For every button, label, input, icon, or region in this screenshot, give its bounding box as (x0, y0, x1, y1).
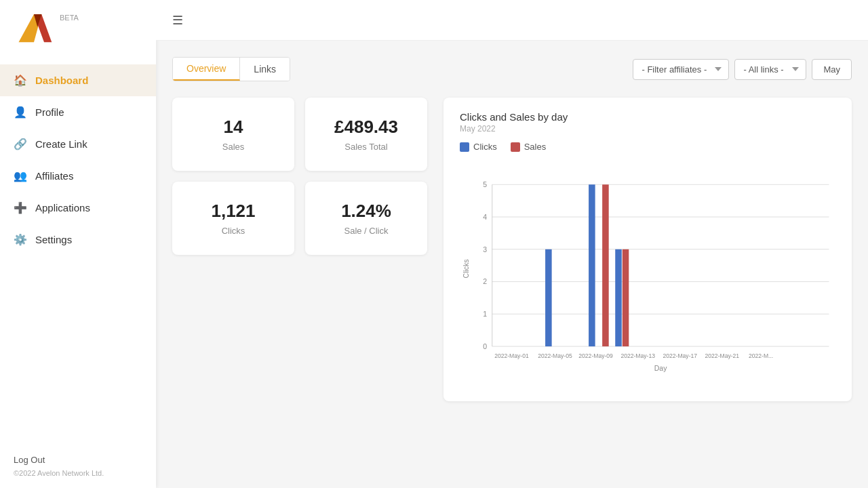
stat-sale-click-label: Sale / Click (321, 226, 411, 236)
stat-card-sales: 14 Sales (172, 98, 294, 171)
filter-links-select[interactable]: - All links - (734, 59, 806, 80)
sidebar-item-settings[interactable]: ⚙️ Settings (0, 224, 156, 256)
svg-text:3: 3 (483, 245, 487, 253)
legend-clicks-label: Clicks (473, 142, 497, 152)
sidebar-footer: Log Out ©2022 Avelon Network Ltd. (0, 444, 156, 488)
sidebar-item-dashboard-label: Dashboard (35, 75, 88, 86)
sidebar-item-dashboard[interactable]: 🏠 Dashboard (0, 64, 156, 96)
svg-text:2022-May-21: 2022-May-21 (705, 352, 740, 359)
svg-text:2022-May-05: 2022-May-05 (538, 352, 572, 359)
stat-card-sale-click: 1.24% Sale / Click (305, 182, 427, 255)
filter-affiliates-select[interactable]: - Filter affiliates - (633, 59, 729, 80)
sidebar-item-create-link-label: Create Link (35, 138, 87, 150)
affiliates-icon: 👥 (14, 169, 27, 182)
sidebar-item-profile[interactable]: 👤 Profile (0, 96, 156, 128)
svg-text:Clicks: Clicks (462, 259, 470, 278)
tab-overview[interactable]: Overview (173, 58, 240, 81)
beta-badge: BETA (60, 14, 79, 22)
filter-date-button[interactable]: May (812, 59, 852, 80)
stat-sales-label: Sales (189, 142, 278, 152)
sidebar-item-settings-label: Settings (35, 234, 72, 245)
main-content: ☰ Overview Links - Filter affiliates - -… (156, 0, 868, 488)
settings-icon: ⚙️ (14, 233, 27, 246)
stat-sales-total-value: £489.43 (321, 117, 411, 138)
stat-clicks-value: 1,121 (189, 201, 278, 222)
svg-text:2: 2 (483, 277, 487, 285)
svg-text:2022-May-09: 2022-May-09 (578, 352, 613, 359)
stat-sales-total-label: Sales Total (321, 142, 411, 152)
copyright-text: ©2022 Avelon Network Ltd. (14, 469, 142, 477)
logout-button[interactable]: Log Out (14, 455, 142, 465)
legend-clicks-dot (460, 142, 469, 152)
header-filters: - Filter affiliates - - All links - May (633, 59, 852, 80)
stat-sales-value: 14 (189, 117, 278, 138)
svg-text:2022-May-01: 2022-May-01 (494, 352, 529, 359)
chart-subtitle: May 2022 (460, 124, 835, 134)
sidebar-item-affiliates-label: Affiliates (35, 170, 73, 182)
stat-card-clicks: 1,121 Clicks (172, 182, 294, 255)
dashboard-body: 14 Sales £489.43 Sales Total 1,121 Click… (172, 98, 852, 401)
nav-menu: 🏠 Dashboard 👤 Profile 🔗 Create Link 👥 Af… (0, 59, 156, 444)
svg-text:4: 4 (483, 213, 487, 221)
legend-sales-label: Sales (524, 142, 547, 152)
chart-svg: 0 1 2 3 4 5 Clicks (460, 160, 835, 390)
chart-container: Clicks and Sales by day May 2022 Clicks … (443, 98, 852, 401)
chart-legend: Clicks Sales (460, 142, 835, 152)
app-logo (14, 11, 54, 48)
bar-may11-sales (602, 184, 609, 346)
stat-card-sales-total: £489.43 Sales Total (305, 98, 427, 171)
sidebar: BETA 🏠 Dashboard 👤 Profile 🔗 Create Link… (0, 0, 156, 488)
bar-may09-clicks (589, 184, 595, 346)
legend-clicks: Clicks (460, 142, 497, 152)
applications-icon: ➕ (14, 201, 27, 214)
svg-text:0: 0 (483, 342, 487, 350)
stats-grid: 14 Sales £489.43 Sales Total 1,121 Click… (172, 98, 427, 255)
bar-may12-sales (623, 249, 629, 346)
hamburger-menu-icon[interactable]: ☰ (172, 13, 183, 28)
sidebar-item-profile-label: Profile (35, 106, 64, 118)
tab-group: Overview Links (172, 57, 290, 81)
svg-text:1: 1 (483, 310, 487, 318)
stat-clicks-label: Clicks (189, 226, 278, 236)
stat-sale-click-value: 1.24% (321, 201, 411, 222)
content-area: Overview Links - Filter affiliates - - A… (156, 41, 868, 488)
svg-text:Day: Day (654, 364, 667, 372)
profile-icon: 👤 (14, 106, 27, 119)
bar-may12-clicks (615, 249, 622, 346)
sidebar-item-create-link[interactable]: 🔗 Create Link (0, 128, 156, 160)
svg-text:5: 5 (483, 180, 487, 188)
legend-sales: Sales (511, 142, 547, 152)
legend-sales-dot (511, 142, 520, 152)
svg-text:2022-May-13: 2022-May-13 (620, 352, 655, 359)
sidebar-item-applications-label: Applications (35, 202, 90, 214)
logo-area: BETA (0, 0, 156, 59)
chart-area: 0 1 2 3 4 5 Clicks (460, 160, 835, 390)
tab-links[interactable]: Links (240, 58, 290, 81)
bar-may05-clicks (545, 249, 552, 346)
dashboard-icon: 🏠 (14, 74, 27, 87)
sidebar-item-applications[interactable]: ➕ Applications (0, 192, 156, 224)
svg-text:2022-M...: 2022-M... (749, 352, 773, 359)
topbar: ☰ (156, 0, 868, 41)
svg-text:2022-May-17: 2022-May-17 (663, 352, 697, 359)
sidebar-item-affiliates[interactable]: 👥 Affiliates (0, 160, 156, 192)
content-header: Overview Links - Filter affiliates - - A… (172, 57, 852, 81)
create-link-icon: 🔗 (14, 138, 27, 150)
chart-title: Clicks and Sales by day (460, 111, 835, 123)
